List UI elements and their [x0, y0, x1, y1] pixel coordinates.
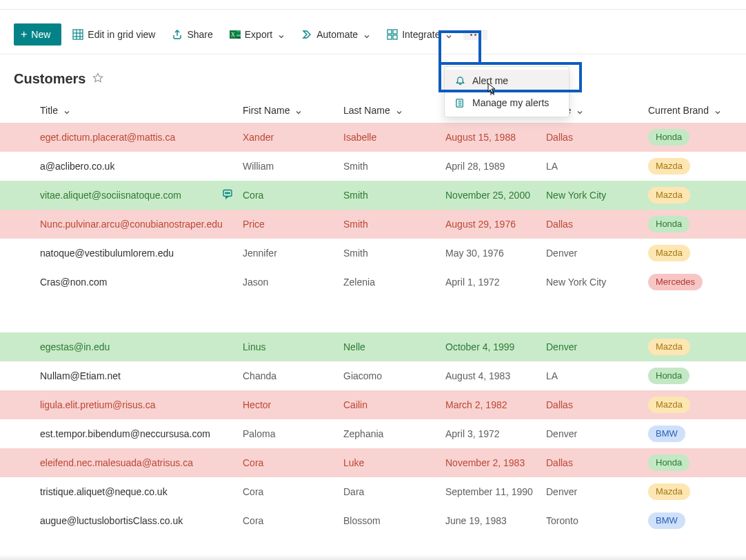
table-row[interactable]: a@aclibero.co.ukWilliamSmithApril 28, 19…	[0, 152, 746, 181]
table-row[interactable]: natoque@vestibulumlorem.eduJenniferSmith…	[0, 239, 746, 268]
cell-title[interactable]: augue@luctuslobortisClass.co.uk	[40, 512, 243, 529]
cell-first-name: Cora	[243, 187, 343, 203]
new-button-label: New	[31, 29, 50, 40]
svg-point-22	[229, 192, 230, 193]
cell-brand: Mazda	[648, 336, 746, 358]
bottom-fade	[0, 554, 746, 560]
table-row[interactable]: tristique.aliquet@neque.co.ukCoraDaraSep…	[0, 477, 746, 506]
table-row[interactable]: eget.dictum.placerat@mattis.caXanderIsab…	[0, 123, 746, 152]
cell-dob: April 28, 1989	[445, 158, 546, 174]
table-row[interactable]: egestas@in.eduLinusNelleOctober 4, 1999D…	[0, 332, 746, 361]
chevron-down-icon	[278, 31, 285, 38]
favorite-star-icon[interactable]	[92, 72, 103, 86]
chevron-down-icon	[576, 107, 583, 114]
cell-dob: August 15, 1988	[445, 129, 546, 146]
cell-title[interactable]: Cras@non.com	[40, 274, 243, 290]
cell-title[interactable]: egestas@in.edu	[40, 339, 243, 355]
cell-last-name: Nelle	[343, 339, 445, 355]
grid-icon	[72, 29, 83, 40]
export-button[interactable]: X Export	[224, 25, 290, 44]
cell-brand: Honda	[648, 365, 746, 387]
column-header-first-name[interactable]: First Name	[243, 105, 343, 116]
share-icon	[172, 29, 183, 40]
cell-dob: November 2, 1983	[445, 454, 546, 471]
cell-title[interactable]: natoque@vestibulumlorem.edu	[40, 245, 243, 261]
column-header-last-name[interactable]: Last Name	[343, 105, 445, 116]
brand-pill: Mercedes	[648, 274, 703, 290]
svg-point-20	[225, 192, 226, 193]
cell-first-name: Xander	[243, 129, 343, 146]
cell-last-name: Smith	[343, 158, 445, 174]
edit-grid-button[interactable]: Edit in grid view	[67, 25, 161, 44]
cell-title[interactable]: vitae.aliquet@sociisnatoque.com	[40, 187, 243, 203]
page-header: Customers	[0, 54, 746, 99]
cell-last-name: Blossom	[343, 512, 445, 529]
page-title: Customers	[14, 71, 85, 87]
cell-title[interactable]: eleifend.nec.malesuada@atrisus.ca	[40, 454, 243, 471]
chevron-down-icon	[714, 107, 721, 114]
cell-office: Dallas	[546, 397, 648, 413]
menu-item-manage-alerts[interactable]: Manage my alerts	[445, 92, 569, 114]
brand-pill: Mazda	[648, 245, 690, 261]
cell-title[interactable]: tristique.aliquet@neque.co.uk	[40, 483, 243, 500]
svg-rect-10	[236, 37, 241, 39]
table-row[interactable]: vitae.aliquet@sociisnatoque.comCoraSmith…	[0, 181, 746, 210]
cell-office: New York City	[546, 187, 648, 203]
cell-title[interactable]: a@aclibero.co.uk	[40, 158, 243, 174]
cell-title[interactable]: ligula.elit.pretium@risus.ca	[40, 397, 243, 413]
cell-first-name: Hector	[243, 397, 343, 413]
svg-rect-11	[387, 30, 392, 34]
automate-button[interactable]: Automate	[296, 25, 376, 44]
chevron-down-icon	[295, 107, 302, 114]
brand-pill: Mazda	[648, 339, 690, 355]
share-button[interactable]: Share	[166, 25, 218, 44]
cell-title[interactable]: Nunc.pulvinar.arcu@conubianostraper.edu	[40, 216, 243, 232]
cell-title[interactable]: Nullam@Etiam.net	[40, 368, 243, 384]
integrate-button[interactable]: Integrate	[381, 25, 458, 44]
table-row[interactable]: Nunc.pulvinar.arcu@conubianostraper.eduP…	[0, 210, 746, 239]
table-row[interactable]: augue@luctuslobortisClass.co.ukCoraBloss…	[0, 506, 746, 535]
share-label: Share	[187, 29, 212, 40]
comment-icon[interactable]	[222, 189, 233, 202]
cell-office: Toronto	[546, 512, 648, 529]
cell-last-name: Isabelle	[343, 129, 445, 146]
table-row[interactable]: Nullam@Etiam.netChandaGiacomoAugust 4, 1…	[0, 361, 746, 390]
cell-office: LA	[546, 368, 648, 384]
cell-office: Dallas	[546, 216, 648, 232]
svg-rect-7	[236, 30, 241, 32]
list-gap	[0, 297, 746, 332]
cell-last-name: Giacomo	[343, 368, 445, 384]
plus-icon: +	[21, 28, 27, 41]
table-row[interactable]: eleifend.nec.malesuada@atrisus.caCoraLuk…	[0, 448, 746, 477]
cell-dob: May 30, 1976	[445, 245, 546, 261]
cell-last-name: Cailin	[343, 397, 445, 413]
dot-icon	[478, 34, 481, 36]
cell-brand: Honda	[648, 126, 746, 148]
table-row[interactable]: est.tempor.bibendum@neccursusa.comPaloma…	[0, 419, 746, 448]
menu-item-alert-me[interactable]: Alert me	[445, 70, 569, 92]
new-button[interactable]: + New	[14, 23, 61, 46]
cell-title[interactable]: est.tempor.bibendum@neccursusa.com	[40, 426, 243, 442]
column-header-title[interactable]: Title	[40, 105, 243, 116]
column-header-brand[interactable]: Current Brand	[648, 105, 746, 116]
svg-rect-12	[393, 30, 397, 34]
table-row[interactable]: ligula.elit.pretium@risus.caHectorCailin…	[0, 390, 746, 419]
brand-pill: Honda	[648, 454, 689, 471]
brand-pill: BMW	[648, 426, 685, 442]
cell-title[interactable]: eget.dictum.placerat@mattis.ca	[40, 129, 243, 146]
table-row[interactable]: Cras@non.comJasonZeleniaApril 1, 1972New…	[0, 268, 746, 297]
cell-dob: September 11, 1990	[445, 483, 546, 500]
excel-icon: X	[230, 29, 241, 40]
cell-office: Denver	[546, 483, 648, 500]
brand-pill: Honda	[648, 368, 689, 384]
svg-point-21	[227, 192, 228, 193]
list-icon	[454, 97, 465, 108]
cell-brand: BMW	[648, 423, 746, 445]
overflow-button[interactable]	[463, 30, 487, 40]
cell-dob: November 25, 2000	[445, 187, 546, 203]
cell-brand: Mercedes	[648, 271, 746, 293]
cell-last-name: Zephania	[343, 426, 445, 442]
svg-rect-9	[236, 34, 241, 37]
cell-last-name: Smith	[343, 245, 445, 261]
menu-item-label: Alert me	[472, 75, 508, 86]
